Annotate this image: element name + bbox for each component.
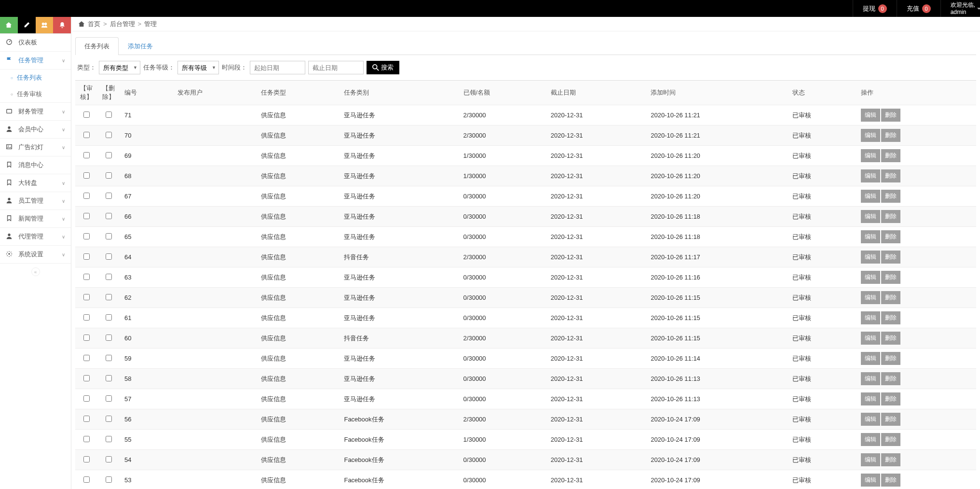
user-menu[interactable]: 欢迎光临, admin: [940, 0, 980, 17]
alert-action-button[interactable]: [53, 17, 71, 33]
edit-button[interactable]: 编辑: [861, 474, 880, 487]
edit-button[interactable]: 编辑: [861, 230, 880, 243]
review-checkbox[interactable]: [83, 152, 90, 158]
edit-button[interactable]: 编辑: [861, 372, 880, 385]
sidebar-item-7[interactable]: 员工管理∨: [0, 192, 71, 210]
delete-checkbox[interactable]: [106, 436, 112, 442]
review-checkbox[interactable]: [83, 294, 90, 300]
sidebar-item-1[interactable]: 任务管理∨: [0, 52, 71, 70]
submenu-item-0[interactable]: 任务列表: [0, 70, 71, 86]
sidebar-item-10[interactable]: 系统设置∨: [0, 246, 71, 264]
edit-button[interactable]: 编辑: [861, 352, 880, 365]
delete-button[interactable]: 删除: [881, 149, 900, 162]
delete-checkbox[interactable]: [106, 253, 112, 260]
delete-button[interactable]: 删除: [881, 413, 900, 426]
sidebar-collapse-button[interactable]: «: [31, 267, 40, 276]
review-checkbox[interactable]: [83, 355, 90, 361]
review-checkbox[interactable]: [83, 436, 90, 442]
review-checkbox[interactable]: [83, 193, 90, 199]
delete-checkbox[interactable]: [106, 152, 112, 158]
delete-checkbox[interactable]: [106, 416, 112, 422]
delete-checkbox[interactable]: [106, 294, 112, 300]
sidebar-item-8[interactable]: 新闻管理∨: [0, 210, 71, 228]
edit-button[interactable]: 编辑: [861, 190, 880, 203]
sidebar-item-2[interactable]: 财务管理∨: [0, 103, 71, 121]
delete-button[interactable]: 删除: [881, 129, 900, 142]
tab-1[interactable]: 添加任务: [119, 37, 162, 55]
sidebar-item-5[interactable]: 消息中心: [0, 156, 71, 174]
review-checkbox[interactable]: [83, 132, 90, 138]
review-checkbox[interactable]: [83, 476, 90, 483]
tab-0[interactable]: 任务列表: [75, 37, 119, 55]
edit-button[interactable]: 编辑: [861, 332, 880, 345]
delete-checkbox[interactable]: [106, 233, 112, 239]
edit-button[interactable]: 编辑: [861, 149, 880, 162]
delete-checkbox[interactable]: [106, 132, 112, 138]
users-action-button[interactable]: [36, 17, 54, 33]
delete-checkbox[interactable]: [106, 476, 112, 483]
review-checkbox[interactable]: [83, 335, 90, 341]
edit-button[interactable]: 编辑: [861, 291, 880, 304]
delete-button[interactable]: 删除: [881, 210, 900, 223]
delete-checkbox[interactable]: [106, 375, 112, 381]
delete-checkbox[interactable]: [106, 456, 112, 462]
delete-button[interactable]: 删除: [881, 251, 900, 264]
review-checkbox[interactable]: [83, 274, 90, 280]
delete-button[interactable]: 删除: [881, 169, 900, 182]
delete-checkbox[interactable]: [106, 395, 112, 402]
review-checkbox[interactable]: [83, 213, 90, 219]
review-checkbox[interactable]: [83, 375, 90, 381]
delete-checkbox[interactable]: [106, 172, 112, 179]
edit-button[interactable]: 编辑: [861, 413, 880, 426]
review-checkbox[interactable]: [83, 112, 90, 118]
review-checkbox[interactable]: [83, 233, 90, 239]
sidebar-item-6[interactable]: 大转盘∨: [0, 174, 71, 192]
delete-button[interactable]: 删除: [881, 311, 900, 324]
level-select[interactable]: 所有等级: [177, 61, 219, 74]
delete-button[interactable]: 删除: [881, 433, 900, 446]
search-button[interactable]: 搜索: [367, 61, 399, 74]
delete-button[interactable]: 删除: [881, 453, 900, 466]
delete-button[interactable]: 删除: [881, 291, 900, 304]
edit-button[interactable]: 编辑: [861, 433, 880, 446]
sidebar-item-4[interactable]: 广告幻灯∨: [0, 139, 71, 156]
delete-checkbox[interactable]: [106, 314, 112, 321]
breadcrumb-section[interactable]: 后台管理: [110, 20, 135, 28]
sidebar-item-0[interactable]: 仪表板: [0, 34, 71, 52]
review-checkbox[interactable]: [83, 253, 90, 260]
edit-button[interactable]: 编辑: [861, 311, 880, 324]
delete-button[interactable]: 删除: [881, 109, 900, 122]
delete-button[interactable]: 删除: [881, 392, 900, 405]
delete-checkbox[interactable]: [106, 335, 112, 341]
edit-button[interactable]: 编辑: [861, 210, 880, 223]
delete-button[interactable]: 删除: [881, 190, 900, 203]
edit-button[interactable]: 编辑: [861, 109, 880, 122]
edit-button[interactable]: 编辑: [861, 453, 880, 466]
review-checkbox[interactable]: [83, 416, 90, 422]
review-checkbox[interactable]: [83, 395, 90, 402]
delete-checkbox[interactable]: [106, 112, 112, 118]
start-date-input[interactable]: [250, 61, 305, 74]
delete-checkbox[interactable]: [106, 193, 112, 199]
review-checkbox[interactable]: [83, 172, 90, 179]
delete-button[interactable]: 删除: [881, 230, 900, 243]
edit-button[interactable]: 编辑: [861, 169, 880, 182]
delete-checkbox[interactable]: [106, 355, 112, 361]
breadcrumb-home[interactable]: 首页: [88, 20, 100, 28]
delete-button[interactable]: 删除: [881, 372, 900, 385]
delete-button[interactable]: 删除: [881, 332, 900, 345]
submenu-item-1[interactable]: 任务审核: [0, 86, 71, 102]
edit-action-button[interactable]: [18, 17, 36, 33]
edit-button[interactable]: 编辑: [861, 251, 880, 264]
home-action-button[interactable]: [0, 17, 18, 33]
type-select[interactable]: 所有类型: [99, 61, 140, 74]
edit-button[interactable]: 编辑: [861, 392, 880, 405]
delete-checkbox[interactable]: [106, 274, 112, 280]
recharge-link[interactable]: 充值 0: [897, 0, 940, 17]
delete-checkbox[interactable]: [106, 213, 112, 219]
sidebar-item-9[interactable]: 代理管理∨: [0, 228, 71, 246]
end-date-input[interactable]: [308, 61, 364, 74]
withdraw-link[interactable]: 提现 0: [853, 0, 897, 17]
edit-button[interactable]: 编辑: [861, 271, 880, 284]
delete-button[interactable]: 删除: [881, 352, 900, 365]
